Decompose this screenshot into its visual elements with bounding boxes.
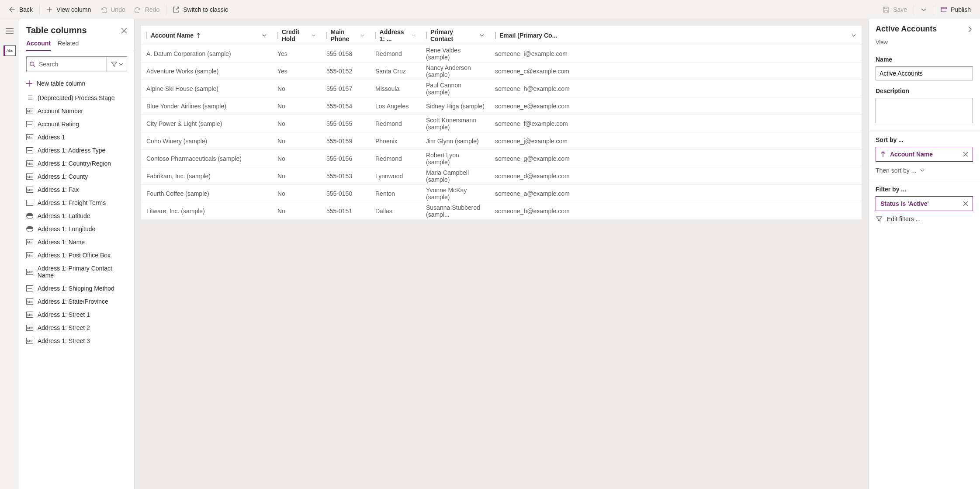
- close-icon: [963, 201, 968, 206]
- list-item[interactable]: Address 1: Freight Terms: [19, 196, 134, 209]
- list-item[interactable]: Address 1: Longitude: [19, 222, 134, 236]
- table-row[interactable]: Alpine Ski House (sample)No555-0157Misso…: [141, 80, 862, 97]
- remove-filter-button[interactable]: [963, 201, 968, 206]
- close-button[interactable]: [121, 28, 127, 34]
- filter-icon: [876, 215, 883, 222]
- list-item[interactable]: Address 1: [19, 131, 134, 144]
- table-row[interactable]: Adventure Works (sample)Yes555-0152Santa…: [141, 62, 862, 80]
- drag-handle-icon[interactable]: [146, 32, 147, 39]
- publish-icon: [940, 6, 947, 13]
- column-header[interactable]: Credit Hold: [272, 28, 321, 42]
- list-item[interactable]: Account Number: [19, 104, 134, 118]
- column-label: Main Phone: [331, 28, 358, 42]
- grid-header: Account NameCredit HoldMain PhoneAddress…: [141, 26, 862, 45]
- chevron-down-icon: [119, 62, 123, 66]
- sort-field: Account Name: [890, 151, 933, 158]
- table-cell: 555-0158: [321, 50, 370, 57]
- list-item[interactable]: Address 1: State/Province: [19, 295, 134, 308]
- list-item[interactable]: Address 1: Latitude: [19, 209, 134, 222]
- new-column-button[interactable]: New table column: [19, 77, 134, 91]
- drag-handle-icon[interactable]: [375, 32, 376, 39]
- table-cell: Litware, Inc. (sample): [141, 208, 272, 215]
- list-item[interactable]: Account Rating: [19, 118, 134, 131]
- switch-label: Switch to classic: [183, 6, 228, 13]
- then-sort-button[interactable]: Then sort by ...: [876, 162, 973, 174]
- description-input[interactable]: [876, 98, 973, 123]
- tab-account[interactable]: Account: [26, 40, 51, 51]
- table-cell: someone_h@example.com: [490, 85, 862, 92]
- list-item[interactable]: Address 1: Primary Contact Name: [19, 262, 134, 282]
- undo-button[interactable]: Undo: [96, 3, 130, 16]
- save-button[interactable]: Save: [878, 3, 912, 16]
- list-item[interactable]: Address 1: County: [19, 170, 134, 183]
- list-item[interactable]: Address 1: Shipping Method: [19, 282, 134, 295]
- filter-pill[interactable]: Status is 'Active': [876, 196, 973, 211]
- edit-filters-button[interactable]: Edit filters ...: [876, 211, 973, 227]
- table-cell: Los Angeles: [370, 103, 421, 110]
- redo-button[interactable]: Redo: [130, 3, 164, 16]
- list-item-label: Address 1: Longitude: [38, 225, 95, 232]
- drag-handle-icon[interactable]: [426, 32, 427, 39]
- save-dropdown-button[interactable]: [916, 3, 932, 16]
- drag-handle-icon[interactable]: [495, 32, 496, 39]
- sort-pill[interactable]: Account Name: [876, 147, 973, 162]
- column-header[interactable]: Address 1: ...: [370, 28, 421, 42]
- table-cell: Jim Glynn (sample): [421, 138, 490, 145]
- column-list[interactable]: ☰(Deprecated) Process StageAccount Numbe…: [19, 91, 134, 489]
- tab-related[interactable]: Related: [58, 40, 79, 51]
- right-title: Active Accounts: [876, 24, 937, 34]
- column-header[interactable]: Email (Primary Co...: [490, 32, 862, 39]
- drag-handle-icon[interactable]: [277, 32, 278, 39]
- table-row[interactable]: Fourth Coffee (sample)No555-0150RentonYv…: [141, 185, 862, 202]
- list-item[interactable]: Address 1: Street 2: [19, 321, 134, 334]
- table-cell: City Power & Light (sample): [141, 120, 272, 127]
- list-item-label: Address 1: Street 2: [38, 324, 90, 331]
- list-item-label: Address 1: [38, 134, 65, 141]
- option-icon: [26, 200, 33, 206]
- list-item[interactable]: Address 1: Post Office Box: [19, 249, 134, 262]
- svg-point-0: [30, 62, 34, 66]
- list-item[interactable]: Address 1: Street 3: [19, 334, 134, 347]
- list-item[interactable]: Address 1: Name: [19, 236, 134, 249]
- table-row[interactable]: Coho Winery (sample)No555-0159PhoenixJim…: [141, 132, 862, 150]
- name-input[interactable]: [876, 66, 973, 80]
- back-button[interactable]: Back: [4, 3, 38, 16]
- table-cell: 555-0155: [321, 120, 370, 127]
- list-item[interactable]: Address 1: Street 1: [19, 308, 134, 321]
- abc-icon: [26, 173, 33, 180]
- publish-button[interactable]: Publish: [936, 3, 976, 16]
- switch-classic-button[interactable]: Switch to classic: [168, 3, 233, 16]
- column-header[interactable]: Account Name: [141, 32, 272, 39]
- filter-button[interactable]: [107, 57, 127, 72]
- abc-icon: [26, 160, 33, 166]
- right-subtitle: View: [869, 39, 980, 52]
- list-item-label: Address 1: Primary Contact Name: [38, 265, 127, 279]
- list-item-label: Address 1: Address Type: [38, 147, 105, 154]
- hamburger-button[interactable]: [6, 28, 14, 34]
- expand-button[interactable]: [967, 26, 973, 32]
- list-item-label: Address 1: Fax: [38, 186, 79, 193]
- list-item[interactable]: Address 1: Country/Region: [19, 157, 134, 170]
- search-input[interactable]: [39, 61, 104, 68]
- drag-handle-icon[interactable]: [326, 32, 327, 39]
- left-rail: Abc: [0, 19, 19, 489]
- remove-sort-button[interactable]: [963, 152, 968, 157]
- table-row[interactable]: Litware, Inc. (sample)No555-0151DallasSu…: [141, 202, 862, 220]
- view-column-button[interactable]: View column: [42, 3, 96, 16]
- list-item[interactable]: ☰(Deprecated) Process Stage: [19, 91, 134, 104]
- undo-label: Undo: [111, 6, 125, 13]
- rail-item-abc[interactable]: Abc: [3, 45, 16, 56]
- toolbar: Back View column Undo Redo Switch to cla…: [0, 0, 980, 19]
- table-row[interactable]: City Power & Light (sample)No555-0155Red…: [141, 115, 862, 132]
- table-cell: Phoenix: [370, 138, 421, 145]
- table-row[interactable]: Blue Yonder Airlines (sample)No555-0154L…: [141, 97, 862, 115]
- table-row[interactable]: A. Datum Corporation (sample)Yes555-0158…: [141, 45, 862, 62]
- table-row[interactable]: Fabrikam, Inc. (sample)No555-0153Lynnwoo…: [141, 167, 862, 185]
- table-row[interactable]: Contoso Pharmaceuticals (sample)No555-01…: [141, 150, 862, 167]
- list-item[interactable]: Address 1: Address Type: [19, 144, 134, 157]
- list-item[interactable]: Address 1: Fax: [19, 183, 134, 196]
- column-header[interactable]: Primary Contact: [421, 28, 490, 42]
- list-item-label: Address 1: Post Office Box: [38, 252, 111, 259]
- column-header[interactable]: Main Phone: [321, 28, 370, 42]
- table-cell: Missoula: [370, 85, 421, 92]
